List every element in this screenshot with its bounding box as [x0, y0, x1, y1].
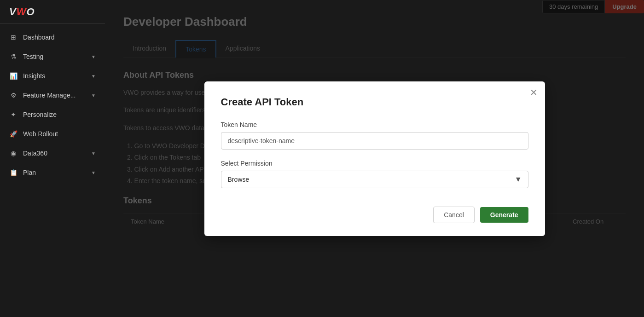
sidebar-item-label: Feature Manage...	[23, 92, 75, 99]
sidebar-item-label: Testing	[23, 53, 43, 60]
sidebar-item-testing[interactable]: ⚗ Testing ▼	[0, 47, 105, 66]
chevron-down-icon: ▼	[91, 151, 96, 156]
chevron-down-icon: ▼	[91, 93, 96, 98]
modal-title: Create API Token	[221, 96, 528, 108]
chevron-down-icon: ▼	[91, 170, 96, 175]
chevron-down-icon: ▼	[91, 54, 96, 59]
sidebar-item-label: Plan	[23, 169, 36, 176]
sidebar-item-label: Data360	[23, 150, 47, 157]
dashboard-icon: ⊞	[9, 33, 17, 41]
main-content: 30 days remaining Upgrade Developer Dash…	[105, 0, 644, 317]
feature-manage-icon: ⚙	[9, 91, 17, 99]
create-api-token-modal: ✕ Create API Token Token Name Select Per…	[204, 81, 545, 236]
sidebar-item-label: Personalize	[23, 111, 57, 118]
permission-select-wrapper: Browse Write Admin ▼	[221, 171, 528, 188]
sidebar-item-dashboard[interactable]: ⊞ Dashboard	[0, 28, 105, 47]
sidebar-item-insights[interactable]: 📊 Insights ▼	[0, 66, 105, 86]
sidebar-item-plan[interactable]: 📋 Plan ▼	[0, 163, 105, 182]
sidebar-nav: ⊞ Dashboard ⚗ Testing ▼ 📊 Insights ▼ ⚙ F…	[0, 24, 105, 317]
sidebar-item-feature-manage[interactable]: ⚙ Feature Manage... ▼	[0, 86, 105, 105]
sidebar-item-personalize[interactable]: ✦ Personalize	[0, 105, 105, 124]
plan-icon: 📋	[9, 168, 17, 177]
token-name-label: Token Name	[221, 121, 528, 128]
modal-close-button[interactable]: ✕	[530, 88, 538, 97]
insights-icon: 📊	[9, 72, 17, 80]
data360-icon: ◉	[9, 149, 17, 157]
chevron-down-icon: ▼	[91, 74, 96, 79]
web-rollout-icon: 🚀	[9, 130, 17, 138]
sidebar-item-label: Web Rollout	[23, 130, 58, 138]
cancel-button[interactable]: Cancel	[433, 207, 475, 223]
sidebar-item-web-rollout[interactable]: 🚀 Web Rollout	[0, 124, 105, 144]
logo-text: VWO	[9, 6, 35, 18]
permission-select[interactable]: Browse Write Admin	[221, 171, 528, 188]
generate-button[interactable]: Generate	[480, 207, 528, 223]
sidebar-item-label: Insights	[23, 72, 45, 80]
testing-icon: ⚗	[9, 52, 17, 61]
sidebar-item-data360[interactable]: ◉ Data360 ▼	[0, 144, 105, 163]
personalize-icon: ✦	[9, 110, 17, 119]
permission-label: Select Permission	[221, 160, 528, 167]
sidebar: VWO ⊞ Dashboard ⚗ Testing ▼ 📊 Insights ▼	[0, 0, 105, 317]
token-name-input[interactable]	[221, 132, 528, 150]
sidebar-item-label: Dashboard	[23, 34, 55, 41]
modal-footer: Cancel Generate	[221, 207, 528, 223]
sidebar-logo: VWO	[0, 0, 105, 24]
modal-overlay: ✕ Create API Token Token Name Select Per…	[105, 0, 644, 317]
